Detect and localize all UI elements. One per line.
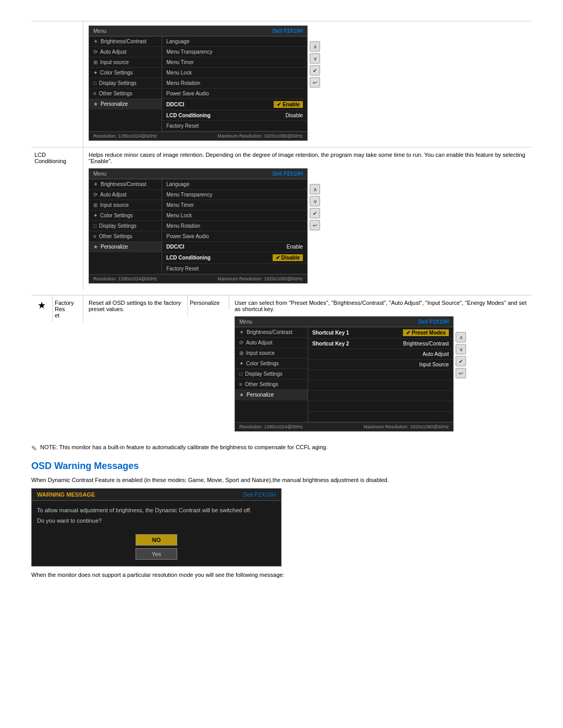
section-lcd: LCD Conditioning Helps reduce minor case… [31, 147, 532, 290]
osd-item-input-1[interactable]: ⊞Input source [89, 57, 162, 68]
osd-right-ddc-1[interactable]: DDC/CI ✔ Enable [162, 99, 307, 110]
osd-right-powersave-2[interactable]: Power Save Audio [162, 231, 307, 242]
osd-option-autoadjust[interactable]: Auto Adjust [308, 349, 453, 360]
osd-item-brightness-3[interactable]: ☀Brightness/Contrast [235, 327, 308, 338]
osd-item-input-2[interactable]: ⊞Input source [89, 200, 162, 211]
osd-lcd-val-2: ✔ Disable [273, 254, 303, 261]
osd-right-lcd-2[interactable]: LCD Conditioning ✔ Disable [162, 252, 307, 264]
warning-btn-no[interactable]: NO [136, 534, 177, 546]
osd-item-auto-3[interactable]: ⟳Auto Adjust [235, 338, 308, 348]
osd-menu-1-container: Menu Dell P2X10H ☀Brightness/Contrast ⟳A… [89, 26, 527, 141]
osd-header-2: Menu Dell P2X10H [89, 169, 307, 179]
osd-btn-down-1[interactable]: ∨ [310, 53, 320, 64]
osd-right-language-1[interactable]: Language [162, 36, 307, 47]
osd-left-menu-3: ☀Brightness/Contrast ⟳Auto Adjust ⊞Input… [235, 327, 308, 422]
osd-item-display-2[interactable]: □Display Settings [89, 221, 162, 231]
osd-item-personalize-3[interactable]: ★Personalize [235, 390, 308, 400]
osd-right-lcd-1[interactable]: LCD Conditioning Disable [162, 110, 307, 121]
osd-right-language-2[interactable]: Language [162, 179, 307, 190]
osd-item-color-1[interactable]: ✦Color Settings [89, 68, 162, 78]
osd-side-btns-2: ∧ ∨ ✔ ↩ [310, 168, 320, 230]
warning-dialog-brand: Dell P2X10H [243, 491, 276, 498]
osd-blank-4 [308, 401, 453, 412]
warning-btn-yes[interactable]: Yes [136, 548, 177, 560]
osd-warning-final-desc: When the monitor does not support a part… [31, 572, 532, 578]
osd-item-personalize-1[interactable]: ★Personalize [89, 99, 162, 109]
section-lcd-label: LCD Conditioning [31, 147, 83, 290]
osd-left-menu-1: ☀Brightness/Contrast ⟳Auto Adjust ⊞Input… [89, 36, 162, 131]
osd-right-ddc-2[interactable]: DDC/CI Enable [162, 242, 307, 252]
osd-lcd-val-1: Disable [286, 113, 303, 118]
osd-ddc-val-1: ✔ Enable [274, 101, 303, 108]
osd-btn-back-1[interactable]: ↩ [310, 77, 320, 88]
section-lcd-content: Helps reduce minor cases of image retent… [83, 147, 532, 290]
osd-item-personalize-2[interactable]: ★Personalize [89, 242, 162, 252]
osd-side-btns-3: ∧ ∨ ✔ ↩ [456, 316, 466, 378]
osd-right-factory-1[interactable]: Factory Reset [162, 121, 307, 131]
osd-right-menutimer-2[interactable]: Menu Timer [162, 200, 307, 211]
osd-menu-2-container: Menu Dell P2X10H ☀Brightness/Contrast ⟳A… [89, 168, 527, 283]
osd-menu-3-container: Menu Dell P2X10H ☀Brightness/Contrast ⟳A… [235, 316, 527, 431]
osd-btn-down-3[interactable]: ∨ [456, 344, 466, 354]
osd-blank-2 [308, 380, 453, 391]
osd-shortcut2-row[interactable]: Shortcut Key 2 Brightness/Contrast [308, 339, 453, 349]
osd-right-factory-2[interactable]: Factory Reset [162, 264, 307, 274]
osd-item-display-3[interactable]: □Display Settings [235, 369, 308, 379]
osd-body-3: ☀Brightness/Contrast ⟳Auto Adjust ⊞Input… [235, 327, 453, 422]
osd-right-menurotation-2[interactable]: Menu Rotation [162, 221, 307, 231]
osd-btn-down-2[interactable]: ∨ [310, 196, 320, 206]
osd-footer-3: Resolution: 1280x1024@60Hz Maximum Resol… [235, 422, 453, 431]
osd-shortcut1-row[interactable]: Shortcut Key 1 ✔ Preset Modes [308, 327, 453, 339]
warning-dialog-header: WARNING MESSAGE Dell P2X10H [32, 489, 281, 501]
osd-item-brightness-2[interactable]: ☀Brightness/Contrast [89, 179, 162, 190]
osd-item-brightness-1[interactable]: ☀Brightness/Contrast [89, 36, 162, 47]
osd-item-other-2[interactable]: ≡Other Settings [89, 231, 162, 242]
star-icon: ★ [38, 300, 46, 311]
warning-dialog-body: To allow manual adjustment of brightness… [32, 501, 281, 530]
osd-option-input[interactable]: Input Source [308, 360, 453, 370]
osd-footer-2: Resolution: 1280x1024@60Hz Maximum Resol… [89, 274, 307, 283]
osd-header-1: Menu Dell P2X10H [89, 26, 307, 36]
osd-item-input-3[interactable]: ⊞Input source [235, 348, 308, 359]
osd-right-menulock-2[interactable]: Menu Lock [162, 211, 307, 221]
osd-btn-check-3[interactable]: ✔ [456, 356, 466, 366]
osd-btn-check-1[interactable]: ✔ [310, 65, 320, 76]
osd-res-1: Resolution: 1280x1024@60Hz [93, 133, 157, 139]
osd-ddc-label-2: DDC/CI [166, 244, 184, 250]
osd-item-display-1[interactable]: □Display Settings [89, 78, 162, 89]
osd-menu-title-1: Menu [93, 28, 106, 34]
osd-btn-up-2[interactable]: ∧ [310, 184, 320, 194]
osd-right-menulock-1[interactable]: Menu Lock [162, 68, 307, 78]
osd-res-2: Resolution: 1280x1024@60Hz [93, 276, 157, 281]
osd-res-3: Resolution: 1280x1024@60Hz [239, 424, 303, 429]
osd-right-menutrans-2[interactable]: Menu Transparency [162, 190, 307, 200]
osd-btn-back-2[interactable]: ↩ [310, 220, 320, 230]
note-section: ✎ NOTE: This monitor has a built-in feat… [31, 444, 532, 452]
section-ddc: Menu Dell P2X10H ☀Brightness/Contrast ⟳A… [31, 21, 532, 147]
osd-body-2: ☀Brightness/Contrast ⟳Auto Adjust ⊞Input… [89, 179, 307, 274]
osd-btn-back-3[interactable]: ↩ [456, 368, 466, 378]
osd-item-color-3[interactable]: ✦Color Settings [235, 359, 308, 369]
section-personalize-label: Personalize [188, 295, 229, 310]
osd-right-menutrans-1[interactable]: Menu Transparency [162, 47, 307, 57]
osd-right-menutimer-1[interactable]: Menu Timer [162, 57, 307, 68]
osd-btn-up-3[interactable]: ∧ [456, 332, 466, 342]
osd-menu-title-3: Menu [239, 319, 252, 325]
osd-right-menurotation-1[interactable]: Menu Rotation [162, 78, 307, 89]
osd-item-auto-1[interactable]: ⟳Auto Adjust [89, 47, 162, 57]
osd-btn-up-1[interactable]: ∧ [310, 41, 320, 52]
osd-lcd-label-1: LCD Conditioning [166, 113, 211, 118]
osd-body-1: ☀Brightness/Contrast ⟳Auto Adjust ⊞Input… [89, 36, 307, 131]
osd-item-other-1[interactable]: ≡Other Settings [89, 89, 162, 99]
osd-maxres-1: Maximum Resolution: 1920x1080@60Hz [217, 133, 303, 139]
warning-buttons: NO Yes [32, 530, 281, 566]
osd-right-powersave-1[interactable]: Power Save Audio [162, 89, 307, 99]
osd-item-auto-2[interactable]: ⟳Auto Adjust [89, 190, 162, 200]
osd-warning-title: OSD Warning Messages [31, 461, 532, 472]
osd-lcd-label-2: LCD Conditioning [166, 255, 211, 261]
osd-warning-desc: When Dynamic Contrast Feature is enabled… [31, 477, 532, 483]
osd-right-menu-1: Language Menu Transparency Menu Timer Me… [162, 36, 307, 131]
osd-item-other-3[interactable]: ≡Other Settings [235, 379, 308, 390]
osd-btn-check-2[interactable]: ✔ [310, 208, 320, 218]
osd-item-color-2[interactable]: ✦Color Settings [89, 211, 162, 221]
